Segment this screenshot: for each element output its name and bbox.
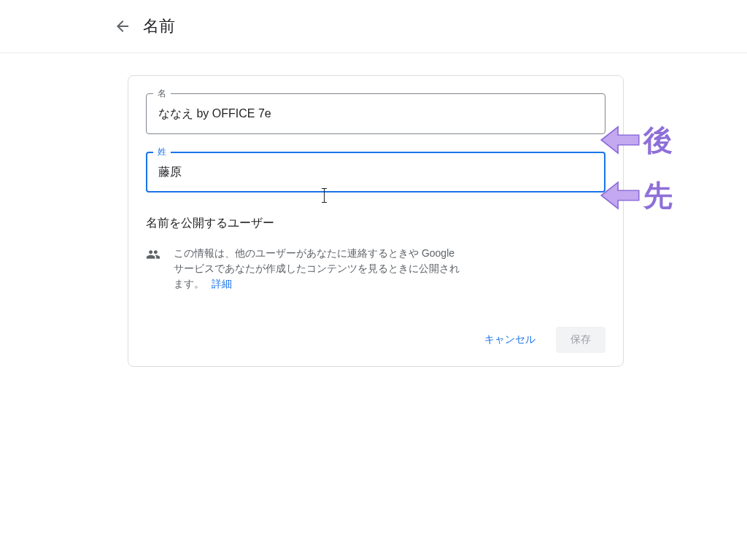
annotation-arrow-icon <box>600 175 640 216</box>
page-header: 名前 <box>0 0 747 53</box>
given-name-label: 名 <box>153 88 171 100</box>
name-form-card: 名 姓 名前を公開するユーザー この情報は、他のユーザーがあなたに連絡するときや… <box>128 75 624 367</box>
visibility-info-row: この情報は、他のユーザーがあなたに連絡するときや Google サービスであなた… <box>146 246 605 292</box>
button-row: キャンセル 保存 <box>146 327 605 353</box>
annotation-bottom: 先 <box>600 175 673 216</box>
annotation-top: 後 <box>600 120 673 160</box>
visibility-description: この情報は、他のユーザーがあなたに連絡するときや Google サービスであなた… <box>174 246 465 292</box>
page-title: 名前 <box>143 15 175 37</box>
family-name-field: 姓 <box>146 152 605 192</box>
save-button: 保存 <box>556 327 605 353</box>
back-arrow-icon <box>114 18 131 35</box>
family-name-label: 姓 <box>153 146 171 158</box>
annotation-top-text: 後 <box>643 120 673 160</box>
family-name-input[interactable] <box>146 152 605 192</box>
given-name-input[interactable] <box>146 93 605 134</box>
given-name-field: 名 <box>146 93 605 134</box>
annotation-bottom-text: 先 <box>643 176 673 216</box>
visibility-section-title: 名前を公開するユーザー <box>146 216 605 231</box>
cancel-button[interactable]: キャンセル <box>470 327 550 353</box>
learn-more-link[interactable]: 詳細 <box>212 278 232 289</box>
people-icon <box>146 246 160 265</box>
annotation-arrow-icon <box>600 120 640 160</box>
back-button[interactable] <box>108 12 137 41</box>
